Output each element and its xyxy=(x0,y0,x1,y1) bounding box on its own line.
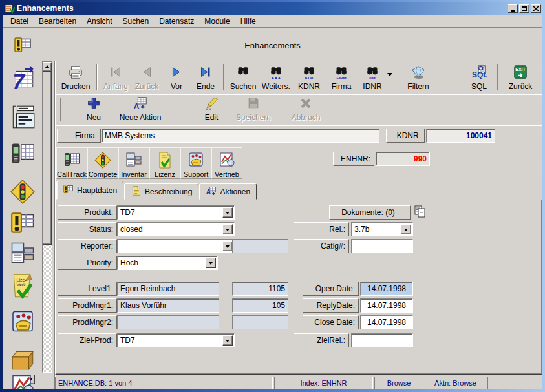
sidebar-item-module-vertrieb[interactable] xyxy=(8,373,37,389)
menu-ansicht[interactable]: Ansicht xyxy=(81,15,117,27)
sidebar-item-module-lize-vertr[interactable]: Lize-Vertr xyxy=(8,272,37,302)
vertrieb-icon xyxy=(218,151,236,170)
status-select[interactable]: closed xyxy=(117,222,235,236)
priority-select[interactable]: Hoch xyxy=(117,256,218,270)
suchen-button[interactable]: Suchen xyxy=(227,64,259,92)
enhnr-label: ENHNR: xyxy=(333,152,374,166)
menu-bar: DateiBearbeitenAnsichtSuchenDatensatzMod… xyxy=(3,15,542,27)
reply-date-field[interactable]: 14.07.1998 xyxy=(360,298,413,313)
dropdown-button[interactable] xyxy=(222,335,233,346)
reporter-label: Reporter: xyxy=(58,239,117,253)
documents-copy-icon[interactable] xyxy=(414,205,427,219)
kdnr-button[interactable]: KD#KDNR xyxy=(293,64,325,92)
rel-value: 3.7b xyxy=(354,225,369,234)
reply-date-label: ReplyDate: xyxy=(303,298,359,313)
compete-button[interactable]: Compete xyxy=(87,147,118,179)
sidebar-item-module-enhancements[interactable] xyxy=(8,210,37,240)
ende-button[interactable]: Ende xyxy=(191,64,220,92)
sidebar-scrollbar[interactable] xyxy=(42,61,52,373)
scrollbar-track[interactable] xyxy=(43,245,52,372)
dropdown-arrow-icon xyxy=(404,229,408,233)
enhnr-field: 990 xyxy=(376,152,430,166)
calltrack-button[interactable]: CallTrack xyxy=(56,147,87,179)
close-date-field[interactable]: 14.07.1998 xyxy=(360,315,413,329)
menu-module[interactable]: Module xyxy=(199,15,235,27)
dropdown-button[interactable] xyxy=(222,241,233,251)
sidebar-item-module-calltrack[interactable] xyxy=(8,140,37,170)
dropdown-button[interactable] xyxy=(222,207,233,218)
module-sidebar: 7Lize-Vertr xyxy=(3,61,55,389)
scroll-up-button[interactable] xyxy=(43,62,52,72)
svg-text:KD#: KD# xyxy=(305,76,314,80)
new-plus-icon xyxy=(86,96,102,113)
dropdown-button[interactable] xyxy=(401,224,411,234)
binoculars-kdnr-icon: KD# xyxy=(301,65,317,82)
sidebar-item-module-form[interactable] xyxy=(8,103,37,132)
sidebar-item-module-support[interactable] xyxy=(8,308,37,338)
produkt-select[interactable]: TD7 xyxy=(117,205,235,220)
drucken-button[interactable]: Drucken xyxy=(58,64,94,92)
dropdown-button[interactable] xyxy=(222,224,233,234)
neue-aktion-button[interactable]: ANeue Aktion xyxy=(111,95,170,123)
document-icon xyxy=(131,185,142,198)
exit-button[interactable]: EXITZurück xyxy=(501,64,540,92)
dropdown-button[interactable] xyxy=(206,258,216,268)
abbruch-button: Abbruch xyxy=(288,95,324,123)
button-label: Zurück xyxy=(509,83,533,91)
catlg-label: Catlg#: xyxy=(294,239,349,253)
menu-suchen[interactable]: Suchen xyxy=(117,15,154,27)
minimize-button[interactable] xyxy=(508,4,518,13)
scrollbar-thumb[interactable] xyxy=(43,72,52,245)
sidebar-item-module-compete[interactable] xyxy=(8,178,37,207)
tab-aktionen[interactable]: AAktionen xyxy=(199,183,257,200)
svg-text:7: 7 xyxy=(12,69,25,92)
inventar-button[interactable]: Inventar xyxy=(118,147,149,179)
edit-button[interactable]: Edit xyxy=(196,95,227,123)
ziel-prod-select[interactable]: TD7 xyxy=(117,333,235,347)
firma-input[interactable]: MMB Systems xyxy=(102,129,379,143)
exit-icon: EXIT xyxy=(513,65,528,82)
sidebar-item-module-box[interactable] xyxy=(8,346,37,375)
menu-datei[interactable]: Datei xyxy=(5,15,34,27)
catlg-field[interactable] xyxy=(351,239,413,253)
svg-text:SQL: SQL xyxy=(472,70,487,79)
next-record-icon xyxy=(169,65,184,82)
rel-select[interactable]: 3.7b xyxy=(351,222,413,236)
prodmngr1-label: ProdMngr1: xyxy=(58,298,117,313)
menu-datensatz[interactable]: Datensatz xyxy=(154,15,199,27)
level1-num-field: 1105 xyxy=(232,282,288,296)
firma-button[interactable]: FIRMFirma xyxy=(325,64,358,92)
compete-icon xyxy=(94,151,112,170)
tab-bar: HauptdatenBeschreibungAAktionen xyxy=(55,181,542,200)
sql-button[interactable]: SQLSQL xyxy=(464,64,495,92)
weiters-button[interactable]: Weiters. xyxy=(259,64,293,92)
sidebar-item-module-inventar[interactable] xyxy=(8,240,37,269)
support-button[interactable]: Support xyxy=(180,147,211,179)
idnr-button[interactable]: ID#IDNR xyxy=(358,64,387,92)
ziel-rel-field[interactable] xyxy=(351,333,413,347)
button-label: Edit xyxy=(205,114,219,122)
form-window-icon xyxy=(9,103,36,132)
toolbar-separator xyxy=(223,64,224,90)
menu-hilfe[interactable]: Hilfe xyxy=(235,15,261,27)
vor-button[interactable]: Vor xyxy=(162,64,191,92)
open-date-field[interactable]: 14.07.1998 xyxy=(360,282,413,296)
binoculars-next-icon xyxy=(268,65,284,82)
record-status: ENHANCE.DB: 1 von 4 xyxy=(55,377,273,389)
up-arrow-icon xyxy=(45,63,50,68)
form-header: Enhancements xyxy=(3,27,542,61)
button-label: Vor xyxy=(171,83,182,91)
tab-beschreibung[interactable]: Beschreibung xyxy=(124,183,198,200)
vertrieb-button[interactable]: Vertrieb xyxy=(211,147,242,179)
filtern-button[interactable]: Filtern xyxy=(401,64,435,92)
lizenz-button[interactable]: Lizenz xyxy=(149,147,180,179)
sidebar-item-module-7[interactable]: 7 xyxy=(8,65,37,94)
tab-hauptdaten[interactable]: Hauptdaten xyxy=(56,181,123,200)
neu-button[interactable]: Neu xyxy=(77,95,111,123)
dropdown-arrow-icon[interactable] xyxy=(387,73,392,79)
close-button[interactable] xyxy=(531,4,541,13)
maximize-button[interactable] xyxy=(519,4,529,13)
menu-bearbeiten[interactable]: Bearbeiten xyxy=(34,15,81,27)
status-bar: ENHANCE.DB: 1 von 4 Index: ENHNRBrowseAk… xyxy=(55,375,542,389)
reporter-select[interactable] xyxy=(117,239,235,253)
